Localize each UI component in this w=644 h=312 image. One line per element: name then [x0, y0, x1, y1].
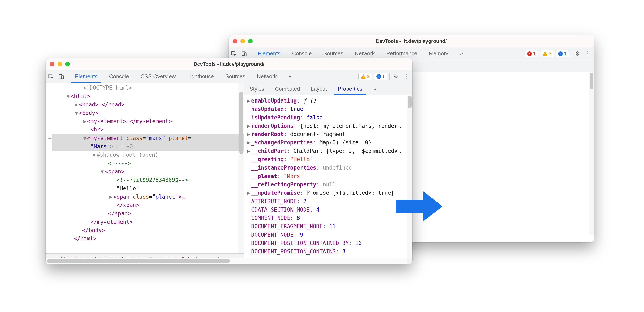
- expand-icon[interactable]: ▶: [247, 130, 250, 138]
- dom-node[interactable]: </body>: [52, 226, 244, 234]
- property-row[interactable]: COMMENT_NODE: 8: [245, 214, 411, 222]
- property-row[interactable]: hasUpdated: true: [245, 105, 411, 113]
- properties-list[interactable]: ▶enableUpdating: ƒ ()hasUpdated: trueisU…: [244, 95, 412, 264]
- tabs-overflow-icon[interactable]: »: [282, 70, 297, 83]
- dom-shadow-root[interactable]: ▼#shadow-root (open): [52, 150, 244, 159]
- kebab-menu-icon[interactable]: ⋮: [584, 50, 592, 57]
- property-value: document-fragment: [290, 131, 346, 137]
- property-row[interactable]: __reflectingProperty: null: [245, 180, 411, 189]
- dom-node[interactable]: <!---->: [52, 159, 244, 168]
- tabs-overflow-icon[interactable]: »: [454, 47, 469, 60]
- message-icon: ≡: [558, 51, 563, 56]
- dom-node[interactable]: ▶<my-element>…</my-element>: [52, 117, 244, 125]
- property-key: enableUpdating: [251, 98, 297, 104]
- tab-css-overview[interactable]: CSS Overview: [135, 70, 182, 83]
- zoom-icon[interactable]: [65, 62, 70, 66]
- property-value: 8: [297, 215, 300, 221]
- tab-lighthouse[interactable]: Lighthouse: [182, 70, 220, 83]
- device-toggle-icon[interactable]: [56, 70, 66, 83]
- property-row[interactable]: ▶renderRoot: document-fragment: [245, 130, 411, 138]
- ellipsis-icon[interactable]: ⋯: [47, 134, 52, 142]
- scrollbar-horizontal[interactable]: [46, 258, 244, 264]
- scrollbar-vertical[interactable]: [238, 83, 244, 253]
- dom-node[interactable]: ▼<span>: [52, 168, 244, 176]
- warning-badge[interactable]: !3: [358, 73, 372, 80]
- dom-node[interactable]: ▼<body>: [52, 109, 244, 117]
- tab-memory[interactable]: Memory: [423, 47, 454, 60]
- property-row[interactable]: __planet: "Mars": [245, 172, 411, 180]
- dom-node[interactable]: <!DOCTYPE html>: [52, 84, 244, 92]
- property-row[interactable]: __instanceProperties: undefined: [245, 164, 411, 172]
- property-row[interactable]: __greeting: "Hello": [245, 155, 411, 164]
- scrollbar-vertical[interactable]: [589, 72, 594, 235]
- property-value: null: [322, 181, 336, 188]
- minimize-icon[interactable]: [240, 39, 245, 44]
- property-row[interactable]: DOCUMENT_POSITION_CONTAINS: 8: [245, 247, 411, 256]
- tab-console[interactable]: Console: [103, 70, 134, 83]
- property-row[interactable]: DOCUMENT_FRAGMENT_NODE: 11: [245, 222, 411, 230]
- subtab-overflow-icon[interactable]: »: [368, 83, 382, 95]
- property-row[interactable]: ▶renderOptions: {host: my-element.mars, …: [245, 122, 411, 130]
- dom-node[interactable]: </span>: [52, 209, 244, 218]
- dom-node[interactable]: <!--?lit$927534869$-->: [52, 176, 244, 184]
- dom-node[interactable]: <hr>: [52, 125, 244, 134]
- property-row[interactable]: isUpdatePending: false: [245, 113, 411, 122]
- property-key: isUpdatePending: [251, 114, 300, 121]
- kebab-menu-icon[interactable]: ⋮: [402, 73, 410, 80]
- property-key: DOCUMENT_POSITION_CONTAINS: [251, 248, 336, 255]
- inspect-icon[interactable]: [46, 70, 56, 83]
- property-key: _$changedProperties: [251, 139, 313, 145]
- message-badge[interactable]: ≡1: [556, 50, 569, 57]
- property-row[interactable]: ▶_$changedProperties: Map(0) {size: 0}: [245, 138, 411, 147]
- expand-icon[interactable]: ▶: [247, 122, 250, 130]
- property-row[interactable]: CDATA_SECTION_NODE: 4: [245, 206, 411, 214]
- expand-icon[interactable]: ▶: [247, 138, 250, 147]
- property-value: 4: [316, 207, 320, 213]
- message-icon: ≡: [376, 74, 381, 79]
- dom-node[interactable]: </my-element>: [52, 218, 244, 226]
- warning-count: 3: [367, 74, 370, 79]
- property-row[interactable]: ▶enableUpdating: ƒ (): [245, 96, 411, 105]
- scrollbar-vertical[interactable]: [407, 95, 412, 264]
- property-value: ƒ (): [303, 98, 316, 104]
- toolbar-status: ×1 !3 ≡1 ⚙ ⋮: [523, 47, 594, 60]
- subtab-styles[interactable]: Styles: [244, 83, 270, 95]
- property-key: __childPart: [251, 148, 287, 154]
- close-icon[interactable]: [50, 62, 54, 66]
- property-row[interactable]: DOCUMENT_NODE: 9: [245, 231, 411, 239]
- settings-icon[interactable]: ⚙: [392, 73, 400, 80]
- property-value: true: [290, 106, 303, 112]
- dom-node-selected[interactable]: ⋯▼<my-element class="mars" planet=: [52, 134, 244, 142]
- dom-tree[interactable]: <!DOCTYPE html> ▼<html> ▶<head>…</head> …: [46, 83, 244, 253]
- dom-node[interactable]: </span>: [52, 201, 244, 209]
- property-key: __planet: [251, 173, 277, 179]
- property-row[interactable]: DOCUMENT_POSITION_CONTAINED_BY: 16: [245, 239, 411, 247]
- expand-icon[interactable]: ▶: [247, 147, 250, 155]
- dom-node-selected-line2[interactable]: "Mars"> == $0: [52, 142, 244, 150]
- expand-icon[interactable]: ▶: [247, 96, 250, 105]
- close-icon[interactable]: [233, 39, 237, 44]
- property-row[interactable]: ATTRIBUTE_NODE: 2: [245, 197, 411, 206]
- warning-icon: !: [542, 51, 548, 56]
- warning-badge[interactable]: !3: [540, 50, 554, 57]
- error-badge[interactable]: ×1: [525, 50, 538, 57]
- dom-node[interactable]: ▼<html>: [52, 92, 244, 100]
- dom-text-node[interactable]: "Hello": [52, 184, 244, 193]
- expand-icon[interactable]: ▶: [247, 189, 250, 197]
- zoom-icon[interactable]: [248, 39, 252, 44]
- subtab-layout[interactable]: Layout: [306, 83, 332, 95]
- minimize-icon[interactable]: [58, 62, 62, 66]
- subtab-properties[interactable]: Properties: [332, 83, 368, 95]
- settings-icon[interactable]: ⚙: [573, 50, 582, 57]
- elements-panel: <!DOCTYPE html> ▼<html> ▶<head>…</head> …: [46, 83, 244, 264]
- dom-node[interactable]: </html>: [52, 234, 244, 243]
- tab-sources[interactable]: Sources: [220, 70, 251, 83]
- tab-network[interactable]: Network: [251, 70, 282, 83]
- subtab-computed[interactable]: Computed: [270, 83, 306, 95]
- property-row[interactable]: ▶__childPart: ChildPart {type: 2, _$comm…: [245, 147, 411, 155]
- property-row[interactable]: ▶__updatePromise: Promise {<fulfilled>: …: [245, 189, 411, 197]
- message-badge[interactable]: ≡1: [374, 73, 387, 80]
- tab-elements[interactable]: Elements: [69, 70, 103, 83]
- dom-node[interactable]: ▶<head>…</head>: [52, 100, 244, 109]
- dom-node[interactable]: ▶<span class="planet">…: [52, 193, 244, 201]
